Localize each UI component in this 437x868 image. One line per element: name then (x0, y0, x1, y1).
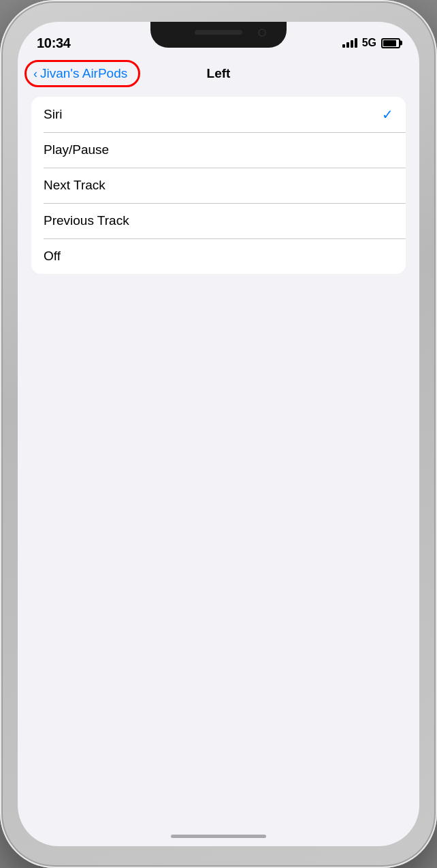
back-button-highlight: ‹ Jivan's AirPods (25, 60, 140, 87)
list-item[interactable]: Previous Track (31, 203, 406, 238)
bar3 (351, 40, 353, 48)
home-indicator (171, 835, 266, 838)
list-item-label: Next Track (44, 178, 106, 193)
status-time: 10:34 (37, 35, 71, 51)
status-right: 5G (342, 37, 400, 49)
battery-icon (381, 38, 400, 48)
camera (258, 29, 266, 37)
list-item-label: Previous Track (44, 213, 129, 228)
back-chevron-icon: ‹ (33, 67, 37, 81)
signal-bars (342, 38, 357, 48)
list-item[interactable]: Off (31, 238, 406, 274)
list-item[interactable]: Play/Pause (31, 132, 406, 168)
list-item-label: Play/Pause (44, 142, 109, 157)
content-area: Siri✓Play/PauseNext TrackPrevious TrackO… (18, 91, 419, 846)
back-button[interactable]: Jivan's AirPods (40, 66, 127, 81)
battery-fill (383, 40, 396, 46)
notch (150, 22, 287, 48)
network-type: 5G (362, 37, 376, 49)
list-item-label: Off (44, 249, 61, 264)
page-title: Left (207, 66, 231, 81)
options-list: Siri✓Play/PauseNext TrackPrevious TrackO… (31, 97, 406, 274)
phone-frame: 10:34 5G ‹ Jivan's AirPods Left (0, 0, 437, 868)
list-item[interactable]: Siri✓ (31, 97, 406, 132)
nav-header: ‹ Jivan's AirPods Left (18, 56, 419, 91)
speaker (195, 30, 242, 35)
selected-checkmark: ✓ (382, 106, 393, 123)
bar1 (342, 44, 345, 48)
list-item[interactable]: Next Track (31, 168, 406, 203)
bar4 (355, 38, 357, 48)
list-item-label: Siri (44, 107, 62, 122)
bar2 (346, 42, 349, 48)
phone-screen: 10:34 5G ‹ Jivan's AirPods Left (18, 22, 419, 846)
